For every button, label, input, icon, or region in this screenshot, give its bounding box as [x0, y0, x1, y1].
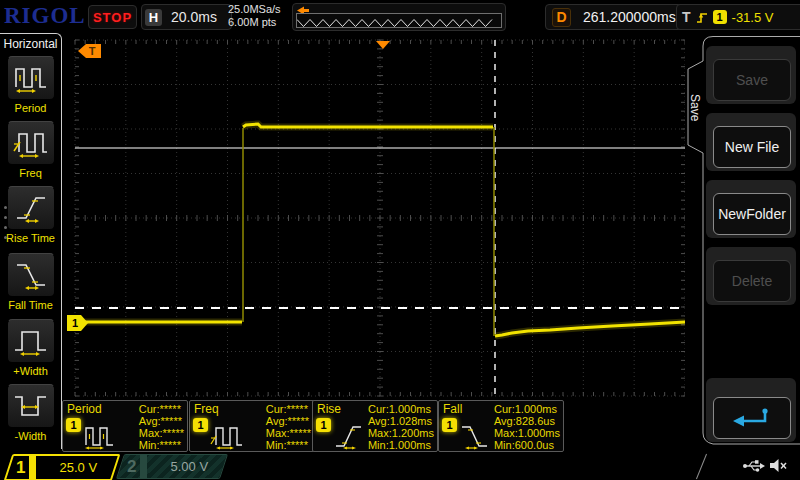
trigger-position-marker: T [78, 44, 101, 58]
measurement-name: Rise [317, 402, 341, 416]
channel2-tab[interactable]: 2 5.00 V [116, 454, 228, 479]
sidebar-item-neg-width[interactable]: -Width [0, 384, 61, 442]
measurement-source-badge: 1 [193, 418, 208, 432]
trigger-source-badge: 1 [713, 10, 727, 24]
pos-width-icon [13, 325, 49, 357]
measurement-source-badge: 1 [442, 418, 457, 432]
sidebar-item-freq[interactable]: Freq [0, 121, 61, 179]
measurement-name: Period [67, 402, 102, 416]
sidebar-item-label: +Width [0, 365, 61, 377]
memory-depth: 6.00M pts [228, 16, 281, 29]
sidebar-item-label: Rise Time [0, 232, 61, 244]
softkey-slot: NewFolder [706, 180, 796, 238]
delete-button[interactable]: Delete [713, 260, 791, 302]
status-divider [696, 454, 707, 479]
measurement-results-bar: Period 1 Cur:***** Avg:***** Max:***** M… [62, 399, 700, 452]
measurement-source-badge: 1 [66, 418, 81, 432]
channel2-number: 2 [121, 457, 140, 477]
menu-page-indicator [4, 199, 7, 246]
rise-time-icon [13, 192, 49, 224]
measurement-name: Fall [443, 402, 462, 416]
measurement-cell-fall[interactable]: Fall 1 Cur:1.000ms Avg:828.6us Max:1.000… [438, 400, 564, 452]
sidebar-item-fall-time[interactable]: Fall Time [0, 253, 61, 311]
tab-divider [140, 455, 147, 478]
channel1-scale: 25.0 V [59, 460, 105, 475]
measurement-cell-rise[interactable]: Rise 1 Cur:1.000ms Avg:1.028ms Max:1.200… [312, 400, 438, 452]
speaker-muted-icon[interactable] [768, 457, 788, 474]
tab-divider [29, 456, 36, 479]
usb-icon [742, 458, 766, 474]
save-button[interactable]: Save [713, 59, 791, 101]
measurement-stats: Cur:1.000ms Avg:1.028ms Max:1.200ms Min:… [368, 403, 434, 451]
top-status-bar: RIGOL STOP H 20.0ms 25.0MSa/s 6.00M pts … [0, 0, 800, 33]
acquisition-info: 25.0MSa/s 6.00M pts [228, 3, 281, 29]
trigger-level-value: -31.5 V [732, 10, 774, 25]
channel1-tab[interactable]: 1 25.0 V [4, 454, 121, 480]
save-menu-panel: Save Save New File NewFolder Delete [685, 33, 800, 448]
softkey-slot [706, 378, 796, 442]
sidebar-item-label: Freq [0, 167, 61, 179]
channel2-scale: 5.00 V [170, 459, 216, 474]
freq-icon [210, 422, 244, 450]
period-icon [13, 62, 49, 94]
trigger-info-box[interactable]: T 1 -31.5 V [676, 4, 800, 30]
trigger-badge: T [682, 9, 691, 25]
trigger-delay-box[interactable]: D 261.200000ms [545, 4, 683, 30]
period-icon [83, 422, 117, 450]
sidebar-item-period[interactable]: Period [0, 56, 61, 114]
trigger-delay-value: 261.200000ms [583, 9, 676, 25]
sidebar-item-label: Fall Time [0, 299, 61, 311]
sidebar-item-label: -Width [0, 430, 61, 442]
sidebar-item-rise-time[interactable]: Rise Time [0, 186, 61, 244]
freq-icon [13, 127, 49, 159]
back-button[interactable] [713, 397, 791, 439]
softkey-slot: Delete [706, 247, 796, 305]
timebase-box[interactable]: H 20.0ms [141, 4, 232, 30]
waveform-preview-box[interactable] [292, 3, 506, 31]
channel-status-bar: 1 25.0 V 2 5.00 V [0, 452, 800, 480]
horizontal-badge: H [145, 9, 162, 26]
rigol-logo: RIGOL [4, 3, 86, 29]
oscilloscope-screen: RIGOL STOP H 20.0ms 25.0MSa/s 6.00M pts … [0, 0, 800, 480]
waveform-display: TT1 [62, 33, 702, 450]
sidebar-item-pos-width[interactable]: +Width [0, 319, 61, 377]
menu-tab-title: Save [688, 73, 702, 143]
new-folder-button[interactable]: NewFolder [713, 193, 791, 235]
svg-text:T: T [89, 45, 96, 57]
measurement-name: Freq [194, 402, 219, 416]
neg-width-icon [13, 390, 49, 422]
measure-sidebar: Horizontal Period Freq [0, 33, 62, 449]
channel1-number: 1 [10, 458, 29, 478]
softkey-slot: New File [706, 113, 796, 171]
timebase-value: 20.0ms [171, 9, 217, 25]
measurement-stats: Cur:***** Avg:***** Max:***** Min:***** [139, 403, 184, 451]
sample-rate: 25.0MSa/s [228, 3, 281, 16]
rising-edge-icon [696, 11, 708, 24]
measure-category-title: Horizontal [0, 34, 61, 51]
measurement-cell-freq[interactable]: Freq 1 Cur:***** Avg:***** Max:***** Min… [189, 400, 315, 452]
return-arrow-icon [730, 406, 774, 430]
sidebar-item-label: Period [0, 102, 61, 114]
measurement-stats: Cur:***** Avg:***** Max:***** Min:***** [266, 403, 311, 451]
measurement-stats: Cur:1.000ms Avg:828.6us Max:1.000ms Min:… [494, 403, 560, 451]
trigger-delay-marker [376, 41, 390, 49]
svg-text:1: 1 [72, 317, 78, 329]
run-state-label: STOP [93, 10, 132, 25]
measurement-cell-period[interactable]: Period 1 Cur:***** Avg:***** Max:***** M… [62, 400, 188, 452]
fall-time-icon [459, 422, 493, 450]
delay-badge: D [552, 8, 571, 27]
measurement-source-badge: 1 [316, 418, 331, 432]
new-file-button[interactable]: New File [713, 126, 791, 168]
run-state-indicator: STOP [88, 5, 137, 29]
channel1-level-marker: 1 [67, 315, 88, 331]
fall-time-icon [13, 259, 49, 291]
preview-waveform-strip [296, 13, 502, 28]
softkey-slot: Save [706, 46, 796, 104]
rise-time-icon [333, 422, 367, 450]
